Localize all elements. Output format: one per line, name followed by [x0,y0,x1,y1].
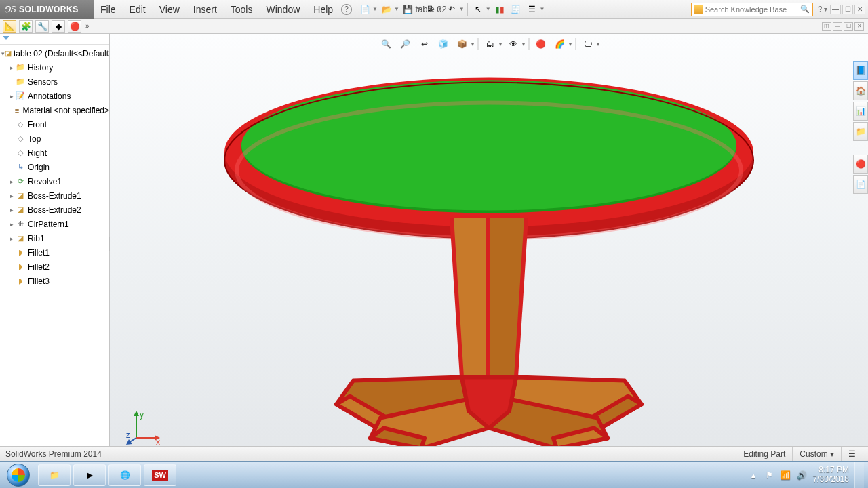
tray-flag-icon[interactable]: ⚑ [764,470,775,481]
new-button[interactable]: 📄 [357,2,372,17]
minimize-button[interactable]: — [830,5,841,14]
menu-file[interactable]: File [94,0,123,19]
orientation-triad[interactable]: y x z [126,411,160,445]
child-restore-button[interactable]: ☐ [844,22,853,30]
configuration-manager-tab[interactable]: 🔧 [35,20,49,33]
svg-marker-25 [126,439,132,445]
tree-item-rib1[interactable]: ▸◪Rib1 [0,231,109,245]
menu-help[interactable]: Help [307,0,340,19]
menu-view[interactable]: View [153,0,186,19]
taskpane-view-palette[interactable]: 📁 [853,122,868,141]
tabs-overflow-icon[interactable]: » [85,22,90,30]
tree-item-boss-extrude2[interactable]: ▸◪Boss-Extrude2 [0,203,109,217]
taskpane-resources[interactable]: 📘 [853,61,868,80]
manager-tab-strip: 📐 🧩 🔧 ◆ 🔴 » ◫ — ☐ ✕ [0,19,868,34]
options-button[interactable]: 🧾 [509,2,524,17]
tree-item-front[interactable]: ◇Front [0,117,109,131]
properties-button[interactable]: ☰ [525,2,540,17]
menu-insert[interactable]: Insert [186,0,224,19]
tree-item-fillet3[interactable]: ◗Fillet3 [0,274,109,288]
taskbar-chrome[interactable]: 🌐 [108,464,141,486]
close-button[interactable]: ✕ [854,5,865,14]
feature-tree-panel: ▾◪table 02 (Default<<Default>_Display St… [0,34,110,461]
menu-tools[interactable]: Tools [224,0,260,19]
child-minimize-button[interactable]: — [833,22,842,30]
tray-clock[interactable]: 8:17 PM7/30/2018 [813,466,849,483]
status-units[interactable]: Custom ▾ [792,447,841,461]
menu-edit[interactable]: Edit [123,0,153,19]
view-orientation-button[interactable]: 📦 [455,37,470,52]
tree-item-revolve1[interactable]: ▸⟳Revolve1 [0,174,109,188]
taskbar-mediaplayer[interactable]: ▶ [73,464,106,486]
tray-expand-icon[interactable]: ▴ [748,470,759,481]
taskbar-explorer[interactable]: 📁 [38,464,71,486]
windows-taskbar: 📁 ▶ 🌐 SW ▴ ⚑ 📶 🔊 8:17 PM7/30/2018 [0,461,868,488]
hide-show-button[interactable]: 👁 [506,37,521,52]
tray-volume-icon[interactable]: 🔊 [797,470,808,481]
status-bar: SolidWorks Premium 2014 Editing Part Cus… [0,446,868,461]
start-button[interactable] [0,462,37,489]
tree-item-sensors[interactable]: 📁Sensors [0,75,109,89]
svg-text:z: z [126,430,130,440]
svg-point-3 [241,80,736,210]
tree-item-right[interactable]: ◇Right [0,146,109,160]
previous-view-button[interactable]: ↩ [417,37,432,52]
tree-item-history[interactable]: ▸📁History [0,60,109,75]
search-box[interactable]: 🔍 [691,3,813,16]
restore-button[interactable]: ☐ [842,5,853,14]
print-button[interactable]: 🖶 [422,2,437,17]
tree-item-top[interactable]: ◇Top [0,131,109,146]
view-settings-button[interactable]: 🖵 [580,37,595,52]
child-close-button[interactable]: ✕ [854,22,864,30]
app-logo: ⅁SSOLIDWORKS [0,0,94,19]
svg-text:x: x [156,437,160,447]
tree-item-material-not-specified-[interactable]: ≡Material <not specified> [0,103,109,117]
taskbar-solidworks[interactable]: SW [144,464,176,486]
taskpane-design-library[interactable]: 🏠 [853,81,868,100]
tree-item-boss-extrude1[interactable]: ▸◪Boss-Extrude1 [0,188,109,203]
feature-manager-tab[interactable]: 📐 [3,20,16,33]
feature-tree: ▾◪table 02 (Default<<Default>_Display St… [0,45,109,450]
display-style-button[interactable]: 🗂 [483,37,498,52]
taskpane-appearances[interactable]: 🔴 [853,155,868,174]
rebuild-button[interactable]: ▮▮ [492,2,507,17]
zoom-area-button[interactable]: 🔎 [398,37,413,52]
status-extra-icon[interactable]: ☰ [841,447,863,461]
tray-network-icon[interactable]: 📶 [781,470,791,481]
tree-item-fillet1[interactable]: ◗Fillet1 [0,245,109,260]
tree-item-annotations[interactable]: ▸📝Annotations [0,89,109,103]
tree-item-fillet2[interactable]: ◗Fillet2 [0,260,109,274]
menu-bar: ⅁SSOLIDWORKS File Edit View Insert Tools… [0,0,868,19]
help-icon[interactable]: ? [341,4,352,15]
tree-item-origin[interactable]: ↳Origin [0,160,109,174]
edit-appearance-button[interactable]: 🔴 [534,37,549,52]
search-input[interactable] [705,5,800,14]
display-manager-tab[interactable]: 🔴 [68,20,81,33]
open-button[interactable]: 📂 [379,2,394,17]
zoom-fit-button[interactable]: 🔍 [379,37,394,52]
apply-scene-button[interactable]: 🌈 [553,37,568,52]
section-view-button[interactable]: 🧊 [436,37,451,52]
taskpane-file-explorer[interactable]: 📊 [853,102,868,121]
show-desktop-button[interactable] [854,462,864,489]
tree-item-cirpattern1[interactable]: ▸⁜CirPattern1 [0,217,109,231]
task-pane-tabs: 📘 🏠 📊 📁 🔴 📄 [853,34,868,194]
undo-button[interactable]: ↶ [444,2,459,17]
tree-filter-bar[interactable] [0,34,109,45]
dimxpert-manager-tab[interactable]: ◆ [52,20,65,33]
status-product: SolidWorks Premium 2014 [5,449,102,459]
svg-marker-21 [134,411,139,416]
tree-root[interactable]: ▾◪table 02 (Default<<Default>_Display St… [0,46,109,60]
heads-up-view-toolbar: 🔍 🔎 ↩ 🧊 📦▾ 🗂▾ 👁▾ 🔴 🌈▾ 🖵▾ [379,37,599,52]
taskpane-custom-props[interactable]: 📄 [853,175,868,194]
save-button[interactable]: 💾 [401,2,416,17]
menu-window[interactable]: Window [259,0,307,19]
property-manager-tab[interactable]: 🧩 [19,20,33,33]
graphics-viewport[interactable]: 🔍 🔎 ↩ 🧊 📦▾ 🗂▾ 👁▾ 🔴 🌈▾ 🖵▾ [110,34,868,461]
status-mode: Editing Part [736,447,792,461]
search-icon[interactable]: 🔍 [800,5,810,14]
search-cube-icon [694,5,703,14]
svg-text:y: y [140,410,144,420]
child-viewport-button[interactable]: ◫ [822,22,831,30]
select-button[interactable]: ↖ [471,2,486,17]
